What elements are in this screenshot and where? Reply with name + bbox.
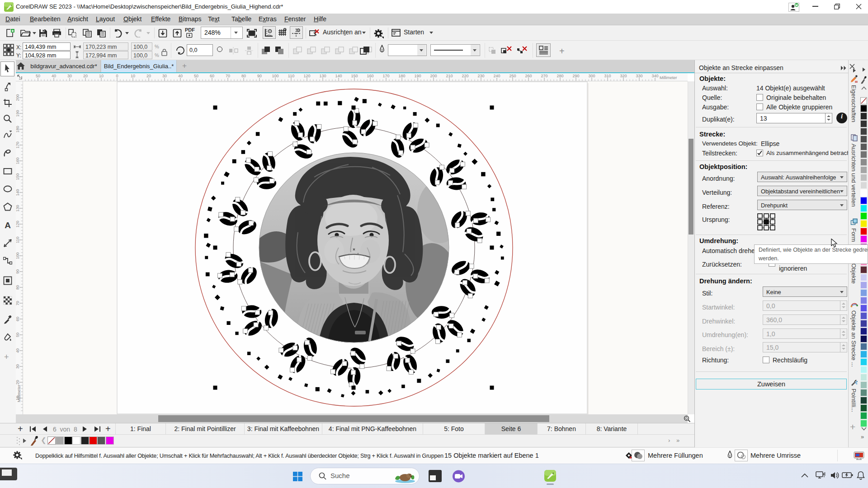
svg-text:20: 20: [146, 74, 151, 78]
svg-text:Millimeter: Millimeter: [660, 75, 677, 80]
svg-text:70: 70: [226, 74, 230, 78]
svg-text:40: 40: [178, 74, 183, 78]
svg-text:40: 40: [16, 348, 20, 353]
svg-text:190: 190: [16, 110, 20, 117]
svg-text:160: 160: [16, 157, 20, 164]
svg-text:10: 10: [131, 74, 135, 78]
svg-text:50: 50: [16, 333, 20, 337]
svg-text:150: 150: [16, 173, 20, 180]
svg-text:220: 220: [462, 74, 468, 78]
svg-text:120: 120: [16, 221, 20, 227]
svg-text:70: 70: [16, 301, 20, 305]
svg-text:180: 180: [398, 74, 405, 78]
svg-text:10: 10: [99, 74, 104, 78]
svg-text:170: 170: [16, 141, 20, 148]
svg-text:110: 110: [16, 237, 20, 243]
svg-text:210: 210: [446, 74, 453, 78]
svg-text:310: 310: [604, 74, 611, 78]
svg-text:280: 280: [557, 74, 563, 78]
svg-text:300: 300: [588, 74, 595, 78]
svg-text:290: 290: [572, 74, 579, 78]
svg-text:110: 110: [288, 74, 294, 78]
svg-text:100: 100: [16, 252, 20, 259]
svg-text:90: 90: [257, 74, 262, 78]
svg-text:20: 20: [83, 74, 88, 78]
svg-text:30: 30: [67, 74, 72, 78]
svg-text:250: 250: [509, 74, 516, 78]
svg-text:30: 30: [16, 364, 20, 369]
svg-text:40: 40: [52, 74, 56, 78]
svg-text:260: 260: [525, 74, 532, 78]
svg-text:50: 50: [194, 74, 198, 78]
svg-text:Millimeter: Millimeter: [17, 385, 21, 402]
svg-text:90: 90: [16, 269, 20, 274]
svg-text:200: 200: [430, 74, 437, 78]
svg-text:330: 330: [636, 74, 642, 78]
svg-text:160: 160: [367, 74, 373, 78]
svg-text:100: 100: [272, 74, 278, 78]
svg-text:230: 230: [477, 74, 484, 78]
svg-text:80: 80: [241, 74, 246, 78]
svg-text:20: 20: [16, 380, 20, 385]
svg-text:200: 200: [16, 94, 20, 101]
svg-text:170: 170: [382, 74, 389, 78]
svg-text:130: 130: [16, 205, 20, 211]
svg-text:150: 150: [351, 74, 358, 78]
svg-text:140: 140: [16, 189, 20, 196]
svg-text:0: 0: [116, 74, 118, 78]
svg-text:60: 60: [16, 317, 20, 321]
svg-text:270: 270: [541, 74, 547, 78]
svg-text:340: 340: [651, 74, 658, 78]
svg-text:30: 30: [162, 74, 167, 78]
svg-text:120: 120: [303, 74, 310, 78]
svg-text:190: 190: [414, 74, 421, 78]
svg-text:240: 240: [493, 74, 500, 78]
svg-text:50: 50: [36, 74, 40, 78]
svg-text:130: 130: [319, 74, 326, 78]
svg-text:320: 320: [620, 74, 627, 78]
svg-text:180: 180: [16, 126, 20, 132]
svg-text:60: 60: [210, 74, 214, 78]
svg-text:140: 140: [335, 74, 342, 78]
svg-text:A: A: [5, 221, 11, 230]
svg-text:80: 80: [16, 285, 20, 290]
